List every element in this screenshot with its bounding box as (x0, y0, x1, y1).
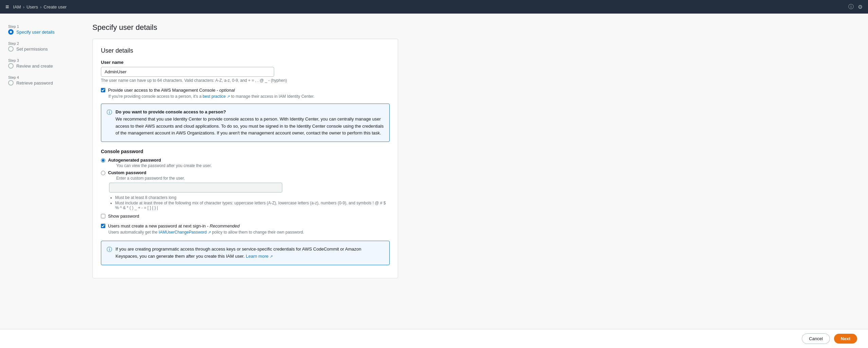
password-rule-1: Must be at least 8 characters long (115, 195, 390, 200)
must-change-checkbox[interactable] (101, 224, 105, 228)
action-bar: Cancel Next (0, 329, 868, 348)
programmatic-info-text: If you are creating programmatic access … (116, 246, 384, 260)
step-3-circle (8, 63, 14, 69)
card-title: User details (101, 47, 390, 54)
step-3-label: Step 3 (8, 58, 73, 62)
step-2-label: Step 2 (8, 41, 73, 45)
console-access-hint: If you're providing console access to a … (108, 94, 390, 99)
hamburger-menu[interactable]: ≡ (5, 3, 9, 11)
step-4-title: Retrieve password (8, 80, 73, 86)
top-nav: ≡ IAM › Users › Create user ⓘ ⚙ (0, 0, 868, 14)
step-2: Step 2 Set permissions (8, 41, 73, 52)
must-change-label: Users must create a new password at next… (108, 223, 240, 228)
page-title: Specify user details (92, 23, 857, 32)
identity-center-info-box: ⓘ Do you want to provide console access … (101, 104, 390, 142)
step-1-label: Step 1 (8, 24, 73, 29)
step-3-title: Review and create (8, 63, 73, 69)
help-icon[interactable]: ⓘ (848, 3, 854, 11)
step-1: Step 1 Specify user details (8, 24, 73, 35)
must-change-row: Users must create a new password at next… (101, 223, 390, 228)
info-circle-icon: ⓘ (107, 109, 112, 137)
must-change-hint: Users automatically get the IAMUserChang… (108, 230, 390, 235)
step-4-circle (8, 80, 14, 86)
info-box-body: We recommend that you use Identity Cente… (116, 116, 384, 136)
autogenerated-label: Autogenerated password (108, 158, 161, 163)
stepper-sidebar: Step 1 Specify user details Step 2 Set p… (0, 14, 82, 348)
show-password-row: Show password (101, 214, 390, 219)
step-2-circle (8, 46, 14, 52)
learn-more-ext-icon: ↗ (270, 254, 273, 258)
username-hint: The user name can have up to 64 characte… (101, 78, 390, 83)
settings-icon[interactable]: ⚙ (858, 4, 863, 10)
best-practice-link[interactable]: best practice ↗ (202, 94, 231, 99)
step-4: Step 4 Retrieve password (8, 75, 73, 86)
password-rules: Must be at least 8 characters long Must … (109, 195, 390, 210)
programmatic-info-icon: ⓘ (107, 246, 112, 260)
show-password-label: Show password (108, 214, 139, 219)
user-details-card: User details User name The user name can… (92, 39, 398, 278)
username-field: User name The user name can have up to 6… (101, 60, 390, 83)
nav-right-icons: ⓘ ⚙ (848, 3, 863, 11)
iam-change-password-link[interactable]: IAMUserChangePassword ↗ (159, 230, 212, 235)
custom-password-input[interactable] (109, 183, 282, 193)
console-access-checkbox[interactable] (101, 88, 105, 92)
password-rule-2: Must include at least three of the follo… (115, 201, 390, 210)
optional-tag: optional (219, 88, 235, 93)
custom-password-radio[interactable] (101, 171, 105, 175)
autogenerated-radio[interactable] (101, 158, 105, 163)
custom-password-label: Custom password (108, 170, 146, 175)
custom-password-hint: Enter a custom password for the user. (116, 176, 185, 181)
learn-more-link[interactable]: Learn more ↗ (246, 254, 273, 259)
content-area: Specify user details User details User n… (82, 14, 868, 348)
cancel-button[interactable]: Cancel (802, 333, 830, 344)
external-link-icon: ↗ (227, 94, 230, 98)
iam-policy-ext-icon: ↗ (208, 230, 211, 234)
step-3: Step 3 Review and create (8, 58, 73, 69)
autogenerated-radio-row: Autogenerated password You can view the … (101, 158, 390, 168)
step-2-title: Set permissions (8, 46, 73, 52)
custom-password-radio-row: Custom password Enter a custom password … (101, 170, 390, 181)
breadcrumb-sep-2: › (40, 4, 41, 10)
breadcrumb-iam[interactable]: IAM (13, 4, 21, 10)
breadcrumb: IAM › Users › Create user (13, 4, 67, 10)
step-1-title: Specify user details (8, 29, 73, 35)
show-password-checkbox[interactable] (101, 214, 105, 218)
breadcrumb-sep-1: › (23, 4, 24, 10)
main-container: Step 1 Specify user details Step 2 Set p… (0, 14, 868, 348)
console-access-row: Provide user access to the AWS Managemen… (101, 88, 390, 93)
console-password-title: Console password (101, 149, 390, 154)
next-button[interactable]: Next (834, 334, 857, 344)
console-access-label: Provide user access to the AWS Managemen… (108, 88, 235, 93)
custom-password-input-wrapper (109, 183, 390, 193)
info-box-text: Do you want to provide console access to… (116, 109, 384, 137)
programmatic-access-info-box: ⓘ If you are creating programmatic acces… (101, 241, 390, 265)
breadcrumb-users[interactable]: Users (26, 4, 38, 10)
username-label: User name (101, 60, 390, 65)
recommended-tag: Recommended (210, 223, 240, 228)
info-box-question: Do you want to provide console access to… (116, 109, 226, 114)
step-4-label: Step 4 (8, 75, 73, 79)
breadcrumb-current: Create user (43, 4, 67, 10)
step-1-circle (8, 29, 14, 35)
username-input[interactable] (101, 67, 274, 77)
autogenerated-hint: You can view the password after you crea… (116, 163, 212, 168)
